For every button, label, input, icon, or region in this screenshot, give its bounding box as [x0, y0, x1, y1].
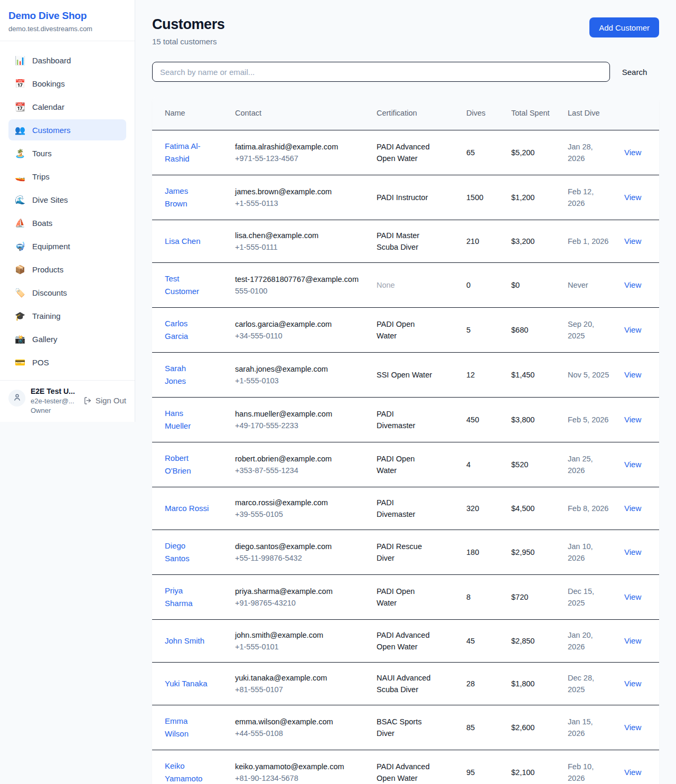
customer-name-link[interactable]: Priya Sharma — [165, 586, 193, 608]
customer-contact: sarah.jones@example.com +1-555-0103 — [229, 352, 370, 397]
customer-dives: 28 — [460, 662, 505, 705]
customer-name-link[interactable]: Robert O'Brien — [165, 454, 191, 475]
customer-certification: PADI Master Scuba Diver — [370, 220, 460, 262]
view-customer-link[interactable]: View — [624, 679, 641, 688]
view-customer-link[interactable]: View — [624, 148, 641, 157]
customer-email: hans.mueller@example.com — [235, 408, 364, 420]
sign-out-icon — [83, 396, 92, 405]
customer-last-dive: Dec 15, 2025 — [561, 574, 618, 619]
customer-name-link[interactable]: Test Customer — [165, 274, 199, 296]
sidebar-item-trips[interactable]: 🚤 Trips — [8, 166, 126, 187]
sidebar-item-label: Tours — [32, 149, 52, 158]
customer-contact: carlos.garcia@example.com +34-555-0110 — [229, 307, 370, 352]
add-customer-button[interactable]: Add Customer — [589, 17, 659, 37]
customer-name-link[interactable]: Keiko Yamamoto — [165, 761, 202, 783]
table-row: Keiko Yamamoto keiko.yamamoto@example.co… — [152, 750, 659, 784]
search-button[interactable]: Search — [610, 68, 659, 77]
bookings-icon: 📅 — [15, 79, 25, 89]
trips-icon: 🚤 — [15, 172, 25, 182]
sidebar-item-training[interactable]: 🎓 Training — [8, 305, 126, 326]
view-customer-link[interactable]: View — [624, 325, 641, 334]
customer-name-link[interactable]: Carlos Garcia — [165, 319, 188, 341]
customer-count: 15 total customers — [152, 37, 224, 46]
view-customer-link[interactable]: View — [624, 237, 641, 245]
customer-phone: +49-170-555-2233 — [235, 420, 364, 431]
customer-last-dive: Sep 20, 2025 — [561, 307, 618, 352]
sign-out-label: Sign Out — [96, 396, 126, 405]
sidebar-item-tours[interactable]: 🏝️ Tours — [8, 143, 126, 164]
view-customer-link[interactable]: View — [624, 547, 641, 556]
sidebar-item-calendar[interactable]: 📆 Calendar — [8, 96, 126, 117]
sidebar-item-gallery[interactable]: 📸 Gallery — [8, 328, 126, 350]
customer-contact: emma.wilson@example.com +44-555-0108 — [229, 705, 370, 750]
sidebar-item-products[interactable]: 📦 Products — [8, 259, 126, 280]
customer-dives: 210 — [460, 220, 505, 262]
view-customer-link[interactable]: View — [624, 504, 641, 513]
sidebar-item-boats[interactable]: ⛵ Boats — [8, 212, 126, 233]
customer-contact: hans.mueller@example.com +49-170-555-223… — [229, 397, 370, 442]
customer-name-link[interactable]: Diego Santos — [165, 541, 190, 563]
view-customer-link[interactable]: View — [624, 460, 641, 469]
sidebar-item-dashboard[interactable]: 📊 Dashboard — [8, 50, 126, 71]
customer-name-link[interactable]: Sarah Jones — [165, 364, 186, 385]
customer-phone: +1-555-0111 — [235, 241, 364, 253]
sidebar-item-pos[interactable]: 💳 POS — [8, 352, 126, 373]
sidebar-item-label: Discounts — [32, 288, 67, 297]
sidebar-item-dive-sites[interactable]: 🌊 Dive Sites — [8, 189, 126, 210]
customer-last-dive: Jan 15, 2026 — [561, 705, 618, 750]
customer-phone: +34-555-0110 — [235, 330, 364, 342]
sidebar-item-customers[interactable]: 👥 Customers — [8, 119, 126, 140]
col-actions — [618, 96, 659, 130]
table-row: Diego Santos diego.santos@example.com +5… — [152, 530, 659, 574]
customer-name-link[interactable]: Yuki Tanaka — [165, 679, 208, 688]
customer-total-spent: $1,450 — [505, 352, 561, 397]
gallery-icon: 📸 — [15, 334, 25, 344]
view-customer-link[interactable]: View — [624, 636, 641, 645]
customer-name-link[interactable]: James Brown — [165, 186, 188, 208]
view-customer-link[interactable]: View — [624, 370, 641, 379]
col-dives: Dives — [460, 96, 505, 130]
sidebar-item-equipment[interactable]: 🤿 Equipment — [8, 235, 126, 257]
customer-phone: +44-555-0108 — [235, 728, 364, 739]
sign-out-button[interactable]: Sign Out — [83, 396, 126, 405]
customer-total-spent: $3,200 — [505, 220, 561, 262]
customer-total-spent: $1,200 — [505, 175, 561, 220]
customer-total-spent: $520 — [505, 442, 561, 487]
view-customer-link[interactable]: View — [624, 723, 641, 732]
customer-name-link[interactable]: Lisa Chen — [165, 237, 201, 245]
sidebar-item-label: POS — [32, 358, 49, 367]
customer-last-dive: Feb 1, 2026 — [561, 220, 618, 262]
customer-dives: 95 — [460, 750, 505, 784]
view-customer-link[interactable]: View — [624, 592, 641, 601]
customer-total-spent: $2,950 — [505, 530, 561, 574]
sidebar-item-discounts[interactable]: 🏷️ Discounts — [8, 282, 126, 303]
sidebar-item-label: Customers — [32, 126, 71, 135]
customer-dives: 180 — [460, 530, 505, 574]
table-row: John Smith john.smith@example.com +1-555… — [152, 619, 659, 662]
sidebar-item-bookings[interactable]: 📅 Bookings — [8, 73, 126, 94]
customer-name-link[interactable]: Hans Mueller — [165, 409, 191, 430]
view-customer-link[interactable]: View — [624, 280, 641, 289]
sidebar-item-label: Equipment — [32, 242, 70, 251]
customer-name-link[interactable]: Marco Rossi — [165, 504, 209, 513]
customer-contact: john.smith@example.com +1-555-0101 — [229, 619, 370, 662]
sidebar-item-label: Training — [32, 311, 61, 320]
view-customer-link[interactable]: View — [624, 193, 641, 202]
search-input[interactable] — [152, 62, 610, 82]
view-customer-link[interactable]: View — [624, 415, 641, 424]
customer-name-link[interactable]: John Smith — [165, 636, 204, 645]
view-customer-link[interactable]: View — [624, 768, 641, 777]
table-row: Carlos Garcia carlos.garcia@example.com … — [152, 307, 659, 352]
customers-table-card: Name Contact Certification Dives Total S… — [152, 96, 659, 784]
customer-last-dive: Jan 10, 2026 — [561, 530, 618, 574]
customer-dives: 65 — [460, 130, 505, 175]
sidebar-nav: 📊 Dashboard 📅 Bookings 📆 Calendar 👥 Cust… — [0, 41, 135, 375]
customer-last-dive: Jan 25, 2026 — [561, 442, 618, 487]
customer-phone: +55-11-99876-5432 — [235, 552, 364, 564]
customer-email: marco.rossi@example.com — [235, 497, 364, 508]
customer-name-link[interactable]: Fatima Al-Rashid — [165, 141, 201, 163]
customer-dives: 8 — [460, 574, 505, 619]
customer-name-link[interactable]: Emma Wilson — [165, 716, 189, 738]
customer-phone: +971-55-123-4567 — [235, 153, 364, 164]
customer-contact: lisa.chen@example.com +1-555-0111 — [229, 220, 370, 262]
